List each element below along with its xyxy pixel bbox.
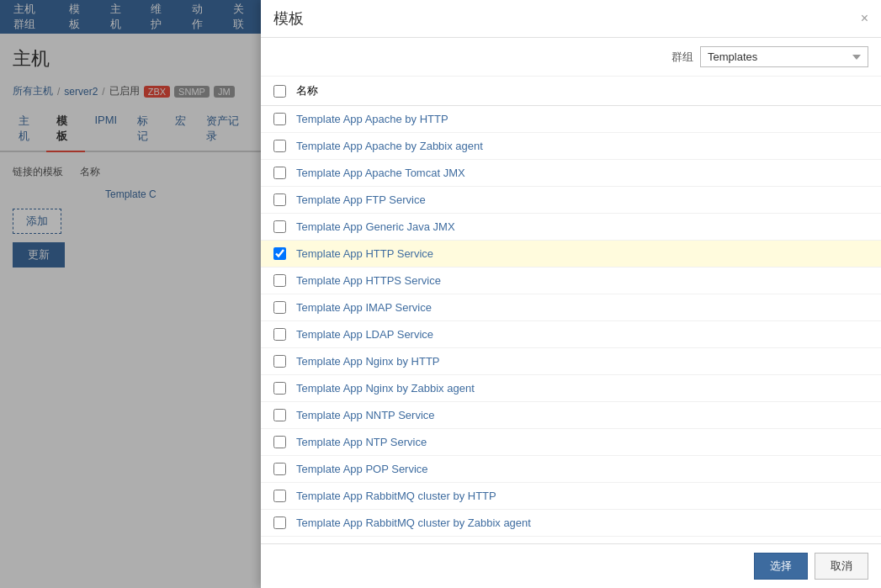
template-checkbox[interactable]	[273, 382, 286, 395]
list-item[interactable]: Template App Nginx by HTTP	[261, 348, 881, 375]
template-checkbox[interactable]	[273, 409, 286, 421]
template-list: Template App Apache by HTTPTemplate App …	[261, 106, 881, 543]
template-checkbox[interactable]	[273, 274, 286, 287]
template-name: Template App Apache by HTTP	[296, 113, 448, 125]
list-item[interactable]: Template App HTTP Service	[261, 241, 881, 268]
template-checkbox[interactable]	[273, 167, 286, 179]
template-list-header: 名称	[261, 77, 881, 106]
list-item[interactable]: Template App Apache Tomcat JMX	[261, 160, 881, 187]
list-item[interactable]: Template App HTTPS Service	[261, 268, 881, 294]
template-checkbox[interactable]	[273, 436, 286, 448]
template-name: Template App LDAP Service	[296, 328, 433, 341]
template-name: Template App Generic Java JMX	[296, 220, 455, 233]
template-checkbox[interactable]	[273, 490, 286, 502]
template-name: Template App HTTPS Service	[296, 274, 441, 287]
modal-header: 模板 ×	[261, 0, 881, 38]
group-label: 群组	[671, 50, 693, 65]
list-item[interactable]: Template App RabbitMQ cluster by Zabbix …	[261, 510, 881, 537]
template-name: Template App POP Service	[296, 463, 428, 475]
template-checkbox[interactable]	[273, 516, 286, 529]
template-name: Template App HTTP Service	[296, 247, 433, 260]
modal-footer: 选择 取消	[261, 543, 881, 588]
template-checkbox[interactable]	[273, 301, 286, 314]
template-name: Template App RabbitMQ cluster by HTTP	[296, 490, 496, 502]
template-checkbox[interactable]	[273, 328, 286, 341]
list-item[interactable]: Template App RabbitMQ cluster by HTTP	[261, 483, 881, 510]
list-item[interactable]: Template App Apache by Zabbix agent	[261, 133, 881, 160]
template-name: Template App Apache by Zabbix agent	[296, 140, 483, 152]
list-item[interactable]: Template App Generic Java JMX	[261, 214, 881, 241]
template-name: Template App NNTP Service	[296, 409, 435, 421]
list-item[interactable]: Template App LDAP Service	[261, 321, 881, 348]
template-name: Template App Apache Tomcat JMX	[296, 167, 465, 179]
select-button[interactable]: 选择	[754, 553, 808, 580]
list-item[interactable]: Template App NNTP Service	[261, 402, 881, 429]
list-item[interactable]: Template App Apache by HTTP	[261, 106, 881, 133]
name-column-header: 名称	[296, 83, 318, 98]
template-checkbox[interactable]	[273, 247, 286, 260]
template-name: Template App NTP Service	[296, 436, 427, 448]
modal: 模板 × 群组 TemplatesAll TemplatesLinux Temp…	[261, 0, 881, 588]
cancel-button[interactable]: 取消	[815, 553, 868, 580]
close-icon[interactable]: ×	[861, 12, 868, 25]
template-checkbox[interactable]	[273, 193, 286, 206]
group-select[interactable]: TemplatesAll TemplatesLinux Templates	[700, 46, 868, 67]
template-checkbox[interactable]	[273, 140, 286, 152]
list-item[interactable]: Template App Nginx by Zabbix agent	[261, 375, 881, 402]
modal-title: 模板	[273, 8, 304, 29]
template-name: Template App Nginx by Zabbix agent	[296, 382, 475, 395]
list-item[interactable]: Template App NTP Service	[261, 429, 881, 456]
template-checkbox[interactable]	[273, 463, 286, 475]
template-name: Template App RabbitMQ cluster by Zabbix …	[296, 516, 531, 529]
template-name: Template App Nginx by HTTP	[296, 355, 440, 368]
template-name: Template App IMAP Service	[296, 301, 432, 314]
template-checkbox[interactable]	[273, 220, 286, 233]
list-item[interactable]: Template App IMAP Service	[261, 294, 881, 321]
list-item[interactable]: Template App POP Service	[261, 456, 881, 483]
select-all-checkbox[interactable]	[273, 85, 286, 98]
template-checkbox[interactable]	[273, 113, 286, 125]
group-selector-row: 群组 TemplatesAll TemplatesLinux Templates	[261, 38, 881, 77]
template-checkbox[interactable]	[273, 355, 286, 368]
template-name: Template App FTP Service	[296, 193, 426, 206]
list-item[interactable]: Template App FTP Service	[261, 187, 881, 214]
